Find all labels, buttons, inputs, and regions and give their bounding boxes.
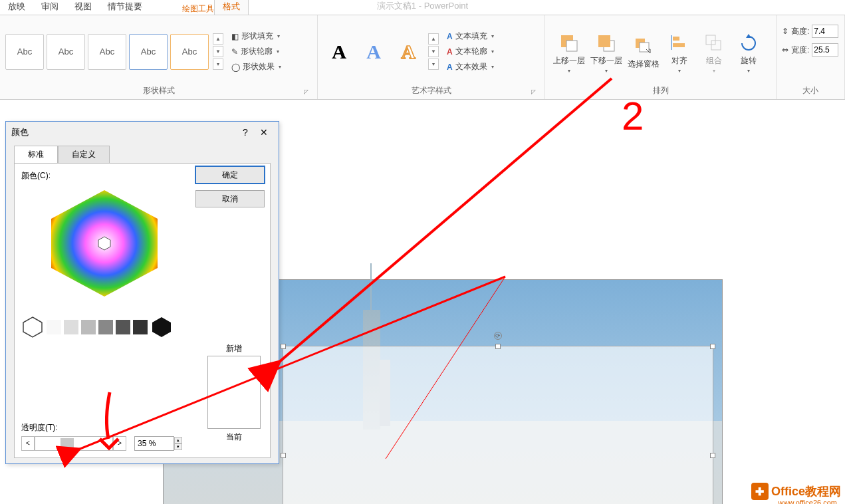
resize-handle[interactable] [495, 344, 501, 349]
svg-rect-10 [711, 41, 721, 50]
dialog-launcher-icon[interactable]: ◸ [301, 87, 310, 96]
slider-right-button[interactable]: > [113, 436, 126, 451]
svg-marker-15 [152, 317, 171, 337]
text-fill-icon: A [447, 32, 453, 41]
width-input[interactable] [812, 43, 838, 57]
gallery-down-button[interactable]: ▼ [213, 46, 223, 57]
svg-marker-14 [23, 317, 42, 337]
watermark: ✚ Office教程网 www.office26.com [751, 483, 841, 500]
text-effects-icon: A [447, 63, 453, 72]
resize-handle[interactable] [281, 344, 286, 349]
bring-forward-icon [558, 33, 580, 54]
wordart-style-preset[interactable]: A [358, 34, 390, 70]
gallery-scroll: ▲ ▼ ▾ [213, 33, 223, 70]
text-outline-icon: A [447, 47, 453, 57]
wordart-style-preset[interactable]: A [392, 34, 424, 70]
ribbon: Abc Abc Abc Abc Abc ▲ ▼ ▾ ◧形状填充▾ ✎形状轮廓▾ … [0, 15, 845, 100]
preview-area: 新增 当前 [203, 343, 265, 443]
new-label: 新增 [203, 343, 265, 354]
send-backward-button[interactable]: 下移一层▾ [588, 30, 625, 74]
svg-marker-13 [98, 237, 110, 250]
text-outline-button[interactable]: A文本轮廓▾ [447, 46, 494, 57]
dialog-title: 颜色 [11, 126, 29, 138]
svg-rect-6 [673, 37, 679, 41]
rotate-button[interactable]: 旋转▾ [731, 30, 766, 74]
shape-style-preset[interactable]: Abc [88, 34, 126, 70]
pen-icon: ✎ [231, 47, 238, 57]
resize-handle[interactable] [710, 453, 715, 458]
resize-handle[interactable] [281, 453, 286, 458]
height-icon: ⇕ [782, 27, 788, 36]
group-label-arrange: 排列 [550, 84, 771, 98]
width-label: 宽度: [791, 45, 809, 56]
slider-left-button[interactable]: < [21, 436, 35, 451]
wordart-style-preset[interactable]: A [323, 34, 355, 70]
svg-rect-1 [566, 41, 577, 51]
close-button[interactable]: ✕ [255, 127, 273, 138]
shape-effects-button[interactable]: ◯形状效果▾ [231, 61, 281, 72]
tab-format[interactable]: 格式 [214, 0, 249, 15]
gallery-more-button[interactable]: ▾ [428, 59, 439, 70]
gallery-more-button[interactable]: ▾ [213, 59, 223, 70]
svg-rect-7 [673, 43, 685, 47]
logo-icon: ✚ [751, 483, 769, 500]
shape-style-preset[interactable]: Abc [129, 34, 168, 70]
align-icon [669, 33, 690, 54]
ribbon-tab-strip: 放映 审阅 视图 情节提要 绘图工具 格式 [0, 0, 249, 15]
shape-style-preset[interactable]: Abc [170, 34, 209, 70]
group-label-size: 大小 [782, 84, 839, 98]
gallery-up-button[interactable]: ▲ [213, 33, 223, 45]
selection-pane-button[interactable]: 选择窗格 [625, 33, 662, 70]
gallery-up-button[interactable]: ▲ [428, 33, 439, 45]
preview-box [207, 356, 261, 429]
help-button[interactable]: ? [236, 127, 255, 138]
dialog-titlebar[interactable]: 颜色 ? ✕ [6, 122, 279, 143]
resize-handle[interactable] [710, 344, 715, 349]
height-label: 高度: [791, 26, 809, 37]
shape-style-preset[interactable]: Abc [5, 34, 44, 70]
svg-rect-3 [598, 35, 610, 47]
transparency-label: 透明度(T): [21, 422, 190, 434]
ok-button[interactable]: 确定 [195, 166, 265, 184]
spin-up-button[interactable]: ▴ [174, 437, 182, 443]
transparency-slider[interactable] [35, 436, 113, 451]
spin-down-button[interactable]: ▾ [174, 443, 182, 450]
tab-storyline[interactable]: 情节提要 [100, 0, 150, 15]
shape-style-preset[interactable]: Abc [47, 34, 85, 70]
group-button[interactable]: 组合▾ [697, 30, 731, 74]
gallery-down-button[interactable]: ▼ [428, 46, 439, 57]
group-label-shape-styles: 形状样式 [5, 84, 312, 98]
tab-review[interactable]: 审阅 [33, 0, 66, 15]
contextual-tab-label: 绘图工具 [182, 3, 214, 15]
shape-fill-button[interactable]: ◧形状填充▾ [231, 31, 281, 42]
group-label-wordart-styles: 艺术字样式 [323, 84, 539, 98]
text-fill-button[interactable]: A文本填充▾ [447, 31, 494, 42]
gallery-scroll: ▲ ▼ ▾ [428, 33, 439, 70]
send-backward-icon [596, 33, 617, 54]
slider-thumb[interactable] [60, 438, 74, 449]
transparency-input[interactable] [134, 436, 174, 451]
svg-marker-11 [746, 34, 751, 38]
tab-slideshow[interactable]: 放映 [0, 0, 33, 15]
grayscale-row[interactable] [21, 316, 263, 338]
align-button[interactable]: 对齐▾ [662, 30, 697, 74]
bucket-icon: ◧ [231, 32, 239, 41]
tab-custom[interactable]: 自定义 [58, 146, 110, 164]
group-icon [703, 33, 725, 54]
text-effects-button[interactable]: A文本效果▾ [447, 61, 494, 72]
color-dialog: 颜色 ? ✕ 标准 自定义 确定 取消 颜色(C): [5, 121, 279, 464]
width-icon: ⇔ [782, 45, 788, 55]
tab-view[interactable]: 视图 [66, 0, 100, 15]
dialog-launcher-icon[interactable]: ◸ [529, 87, 538, 96]
bring-forward-button[interactable]: 上移一层▾ [550, 30, 588, 74]
current-label: 当前 [203, 432, 265, 443]
rotate-handle[interactable]: ⟳ [494, 332, 502, 340]
height-input[interactable] [812, 25, 838, 38]
selection-pane-icon [633, 36, 654, 57]
shape-outline-button[interactable]: ✎形状轮廓▾ [231, 46, 281, 57]
selected-shape[interactable]: ⟳ [283, 346, 713, 504]
cancel-button[interactable]: 取消 [195, 190, 265, 207]
rotate-icon [738, 33, 759, 54]
svg-rect-9 [706, 35, 715, 45]
tab-standard[interactable]: 标准 [14, 146, 58, 164]
